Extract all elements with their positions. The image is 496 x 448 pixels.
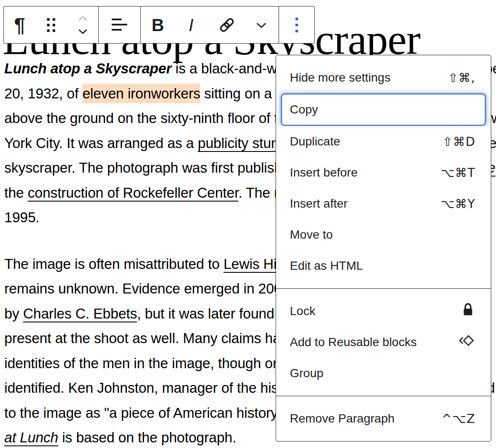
menu-item-label: Add to Reusable blocks — [290, 335, 458, 349]
menu-item-add-to-reusable-blocks[interactable]: Add to Reusable blocks — [276, 327, 491, 358]
menu-item-label: Remove Paragraph — [290, 412, 442, 426]
text-run: 20, 1932, of — [4, 85, 82, 101]
menu-item-shortcut: ⇧⌘, — [448, 71, 475, 85]
reusable-block-icon — [458, 334, 475, 351]
chevron-down-icon — [255, 21, 268, 29]
menu-item-label: Lock — [290, 304, 461, 318]
bold-italic-text: Lunch atop a Skyscraper — [4, 60, 172, 76]
link-button[interactable] — [210, 6, 244, 43]
align-button[interactable] — [99, 6, 140, 43]
text-run: is based on the photograph. — [58, 429, 236, 445]
text-run: 1995. — [4, 209, 40, 225]
block-toolbar: ¶ B I — [3, 6, 315, 44]
menu-item-label: Move to — [290, 228, 475, 242]
link-text[interactable]: Charles C. Ebbets — [23, 306, 137, 322]
link-text[interactable]: at Lunch — [4, 429, 58, 445]
text-run: The image is often misattributed to — [4, 256, 223, 272]
options-icon — [295, 18, 298, 32]
menu-item-shortcut: ^⌥Z — [442, 412, 475, 426]
toolbar-group-align — [99, 6, 141, 43]
menu-item-label: Insert before — [290, 166, 441, 180]
menu-item-shortcut: ⇧⌘D — [443, 135, 475, 149]
menu-item-label: Group — [290, 366, 475, 380]
drag-handle[interactable] — [35, 6, 67, 43]
move-up-down-icon — [77, 15, 89, 35]
more-formatting-button[interactable] — [244, 6, 279, 43]
menu-section-1: Hide more settings⇧⌘,CopyDuplicate⇧⌘DIns… — [276, 55, 491, 288]
menu-item-edit-as-html[interactable]: Edit as HTML — [276, 250, 491, 281]
italic-icon: I — [188, 16, 196, 34]
options-button[interactable] — [279, 6, 314, 43]
text-run: by — [4, 306, 23, 322]
align-left-icon — [111, 18, 128, 32]
menu-item-group[interactable]: Group — [276, 358, 491, 389]
menu-item-duplicate[interactable]: Duplicate⇧⌘D — [276, 126, 491, 157]
menu-item-remove-paragraph[interactable]: Remove Paragraph^⌥Z — [276, 403, 491, 434]
toolbar-group-options — [279, 6, 314, 43]
link-text[interactable]: construction of Rockefeller Center — [28, 185, 238, 201]
block-options-menu: Hide more settings⇧⌘,CopyDuplicate⇧⌘DIns… — [276, 55, 491, 442]
menu-item-hide-more-settings[interactable]: Hide more settings⇧⌘, — [276, 62, 491, 93]
menu-item-shortcut: ⌥⌘Y — [441, 197, 475, 211]
menu-item-shortcut: ⌥⌘T — [441, 166, 475, 180]
menu-item-move-to[interactable]: Move to — [276, 219, 491, 250]
lock-icon — [461, 302, 475, 321]
text-run: York City. It was arranged as a — [4, 135, 198, 151]
menu-item-label: Copy — [290, 103, 474, 117]
menu-section-2: LockAdd to Reusable blocksGroup — [276, 288, 491, 396]
drag-handle-icon — [47, 18, 55, 32]
link-icon — [217, 16, 236, 35]
toolbar-group-format: B I — [141, 6, 279, 43]
italic-button[interactable]: I — [175, 6, 210, 43]
block-mover[interactable] — [67, 6, 98, 43]
menu-item-label: Duplicate — [290, 135, 443, 148]
text-run: the — [4, 185, 28, 201]
menu-item-insert-before[interactable]: Insert before⌥⌘T — [276, 157, 491, 188]
menu-item-label: Hide more settings — [290, 71, 448, 85]
text-run: above the ground on the sixty-ninth floo… — [4, 110, 298, 126]
menu-item-insert-after[interactable]: Insert after⌥⌘Y — [276, 188, 491, 219]
paragraph-block-button[interactable]: ¶ — [4, 6, 35, 43]
bold-button[interactable]: B — [141, 6, 175, 43]
paragraph-icon: ¶ — [14, 15, 25, 35]
menu-item-label: Edit as HTML — [290, 259, 475, 273]
link-text[interactable]: publicity stunt — [198, 135, 283, 151]
menu-item-label: Insert after — [290, 197, 441, 211]
highlighted-text: eleven ironworkers — [82, 84, 200, 103]
bold-icon: B — [152, 16, 164, 34]
menu-section-3: Remove Paragraph^⌥Z — [276, 396, 491, 441]
menu-item-copy[interactable]: Copy — [281, 93, 486, 126]
menu-item-lock[interactable]: Lock — [276, 296, 491, 327]
toolbar-group-block: ¶ — [4, 6, 99, 43]
